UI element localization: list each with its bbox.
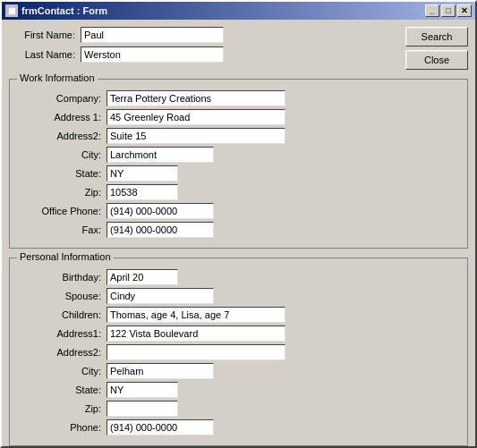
maximize-button[interactable]: □ [441,4,456,17]
work-label-4: State: [17,168,106,179]
personal-row-7: Zip: [17,401,460,417]
name-fields: First Name: Last Name: [9,27,398,66]
personal-info-group: Personal Information Birthday: Spouse: C… [9,258,468,446]
personal-row-5: City: [17,363,460,379]
work-label-3: City: [17,149,106,160]
personal-row-8: Phone: [17,419,460,435]
personal-input-6[interactable] [106,382,178,398]
personal-input-3[interactable] [106,325,285,342]
personal-input-5[interactable] [106,363,214,379]
work-row-3: City: [17,147,460,163]
personal-label-3: Address1: [17,328,106,339]
personal-label-4: Address2: [17,347,106,358]
window-icon: ▣ [5,4,18,17]
work-row-1: Address 1: [17,109,460,125]
last-name-row: Last Name: [9,46,398,63]
personal-info-label: Personal Information [17,251,114,262]
personal-label-5: City: [17,366,106,376]
work-row-2: Address2: [17,128,460,144]
first-name-row: First Name: [9,27,398,43]
personal-input-1[interactable] [106,288,214,304]
work-info-label: Work Information [17,72,98,83]
last-name-label: Last Name: [9,49,81,60]
personal-label-2: Children: [17,309,106,320]
personal-row-2: Children: [17,307,460,323]
personal-input-0[interactable] [106,269,178,285]
personal-row-3: Address1: [17,325,460,342]
personal-row-4: Address2: [17,344,460,360]
work-input-7[interactable] [106,222,214,238]
top-section: First Name: Last Name: Search Close [9,27,468,70]
personal-label-8: Phone: [17,422,106,433]
personal-row-1: Spouse: [17,288,460,304]
work-label-2: Address2: [17,131,106,141]
personal-fields: Birthday: Spouse: Children: Address1: Ad… [17,266,460,435]
window-title: frmContact : Form [21,5,107,16]
work-input-1[interactable] [106,109,285,125]
work-input-4[interactable] [106,165,178,182]
work-info-group: Work Information Company: Address 1: Add… [9,79,468,249]
work-row-5: Zip: [17,184,460,200]
personal-input-2[interactable] [106,307,285,323]
close-form-button[interactable]: Close [405,50,468,70]
work-input-2[interactable] [106,128,285,144]
personal-input-7[interactable] [106,401,178,417]
work-fields: Company: Address 1: Address2: City: Stat… [17,87,460,238]
personal-input-4[interactable] [106,344,285,360]
action-buttons: Search Close [405,27,468,70]
personal-input-8[interactable] [106,419,214,435]
work-label-1: Address 1: [17,112,106,123]
minimize-button[interactable]: _ [425,4,439,17]
work-row-6: Office Phone: [17,203,460,219]
personal-row-6: State: [17,382,460,398]
first-name-input[interactable] [81,27,224,43]
personal-row-0: Birthday: [17,269,460,285]
main-window: ▣ frmContact : Form _ □ ✕ First Name: La… [0,0,477,448]
work-label-5: Zip: [17,187,106,198]
work-row-7: Fax: [17,222,460,238]
personal-label-6: State: [17,385,106,395]
work-input-6[interactable] [106,203,214,219]
title-bar: ▣ frmContact : Form _ □ ✕ [2,2,475,20]
work-row-0: Company: [17,90,460,106]
work-input-3[interactable] [106,147,214,163]
close-button[interactable]: ✕ [457,4,472,17]
first-name-label: First Name: [9,30,81,40]
work-label-6: Office Phone: [17,206,106,216]
work-input-5[interactable] [106,184,178,200]
work-label-7: Fax: [17,224,106,235]
search-button[interactable]: Search [405,27,468,46]
last-name-input[interactable] [81,46,224,63]
personal-label-7: Zip: [17,403,106,414]
title-controls: _ □ ✕ [425,4,472,17]
personal-label-1: Spouse: [17,291,106,301]
work-input-0[interactable] [106,90,285,106]
personal-label-0: Birthday: [17,272,106,283]
work-row-4: State: [17,165,460,182]
form-content: First Name: Last Name: Search Close Work… [2,20,475,446]
work-label-0: Company: [17,93,106,104]
